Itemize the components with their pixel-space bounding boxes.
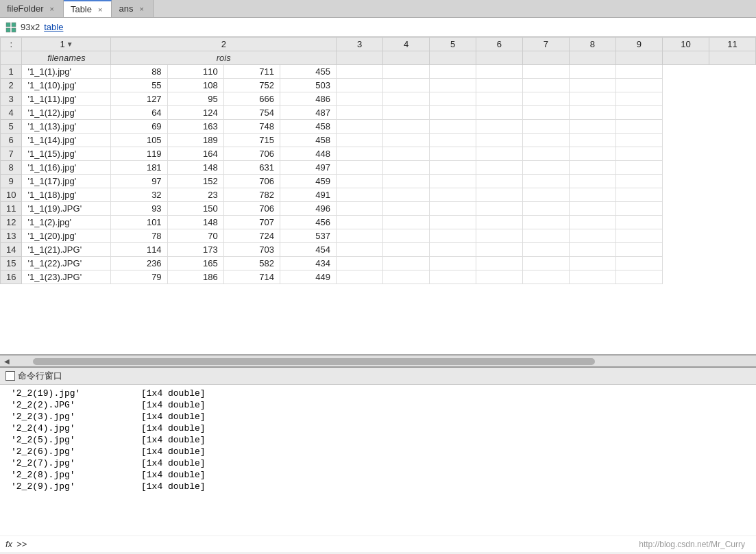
cell-empty [337,202,383,216]
row-number: 1 [1,65,22,79]
sub-header-6 [476,51,522,65]
cell-value: 455 [280,65,336,79]
cell-empty [383,106,430,120]
tab-ans[interactable]: ans × [112,0,153,17]
cell-empty [337,92,383,106]
cell-value: 165 [167,257,223,270]
cell-empty [615,202,662,216]
cell-filename: '1_1(15).jpg' [22,147,111,161]
cell-empty [522,161,569,175]
col-header-3[interactable]: 3 [337,38,383,51]
cell-empty [522,216,569,229]
cell-empty [383,270,430,284]
cell-empty [476,202,522,216]
cmd-row: '2_2(8).jpg'[1x4 double] [0,469,756,481]
cell-empty [337,79,383,92]
tab-ans-close[interactable]: × [137,4,145,14]
cell-empty [337,161,383,175]
tab-filefolder[interactable]: fileFolder × [0,0,64,17]
cell-filename: '1_1(19).JPG' [22,202,111,216]
col-header-4[interactable]: 4 [383,38,430,51]
tab-table-label: Table [71,4,92,14]
svg-rect-2 [6,28,10,32]
table-row: 14'1_1(21).JPG'114173703454 [1,243,756,257]
cell-empty [430,79,476,92]
cell-value: 124 [167,106,223,120]
cell-value: 97 [111,175,167,188]
cmd-row: '2_2(7).jpg'[1x4 double] [0,457,756,469]
grid-icon [5,22,16,33]
col-header-rownum: : [1,38,22,51]
cell-filename: '1_1(16).jpg' [22,161,111,175]
cell-empty [383,161,430,175]
hscroll-thumb[interactable] [33,358,595,365]
cell-empty [430,134,476,147]
row-number: 16 [1,270,22,284]
cell-empty [615,79,662,92]
sub-header-rois: rois [111,51,337,65]
cell-empty [522,134,569,147]
cell-empty [522,175,569,188]
cell-empty [476,188,522,202]
col-header-10[interactable]: 10 [662,38,709,51]
table-row: 9'1_1(17).jpg'97152706459 [1,175,756,188]
cell-empty [383,79,430,92]
cell-empty [337,134,383,147]
row-number: 6 [1,134,22,147]
tab-filefolder-close[interactable]: × [47,4,56,14]
table-link[interactable]: table [44,22,63,32]
cell-empty [615,188,662,202]
svg-rect-3 [12,28,16,32]
cell-empty [383,65,430,79]
cmd-footer: fx >> http://blog.csdn.net/Mr_Curry [0,536,756,552]
row-number: 5 [1,120,22,134]
cell-empty [615,161,662,175]
cell-value: 486 [280,92,336,106]
tab-table-close[interactable]: × [96,5,104,14]
table-container[interactable]: : 1 ▼ 2 3 4 5 6 7 8 9 10 11 [0,37,756,355]
col-header-5[interactable]: 5 [430,38,476,51]
cell-empty [569,243,615,257]
cmd-type: [1x4 double] [141,412,206,422]
cell-empty [569,120,615,134]
col-header-7[interactable]: 7 [522,38,569,51]
cell-empty [383,134,430,147]
row-number: 7 [1,147,22,161]
row-number: 8 [1,161,22,175]
cell-empty [522,270,569,284]
cell-empty [430,229,476,243]
col-header-11[interactable]: 11 [709,38,755,51]
col-header-6[interactable]: 6 [476,38,522,51]
col-header-2[interactable]: 2 [111,38,337,51]
cell-empty [383,120,430,134]
cmd-row: '2_2(2).JPG'[1x4 double] [0,399,756,411]
col-header-9[interactable]: 9 [615,38,662,51]
scroll-left-arrow[interactable]: ◀ [1,357,12,365]
col-header-1[interactable]: 1 ▼ [22,38,111,51]
cell-empty [569,257,615,270]
cell-value: 448 [280,147,336,161]
cmd-filename: '2_2(3).jpg' [11,412,121,422]
col-header-8[interactable]: 8 [569,38,615,51]
tab-table[interactable]: Table × [64,0,112,17]
cmd-filename: '2_2(7).jpg' [11,458,121,468]
cell-empty [615,106,662,120]
table-row: 7'1_1(15).jpg'119164706448 [1,147,756,161]
row-number: 12 [1,216,22,229]
cell-empty [476,120,522,134]
sub-header-row: filenames rois [1,51,756,65]
cell-value: 715 [223,134,280,147]
cell-empty [569,79,615,92]
cell-value: 236 [111,257,167,270]
sort-arrow-1[interactable]: ▼ [66,40,73,48]
cell-filename: '1_1(17).jpg' [22,175,111,188]
sub-header-5 [430,51,476,65]
cell-empty [615,92,662,106]
row-number: 4 [1,106,22,120]
cell-empty [337,188,383,202]
hscroll-bar[interactable]: ◀ [0,355,756,366]
cell-empty [337,216,383,229]
cell-empty [569,161,615,175]
cmd-row: '2_2(6).jpg'[1x4 double] [0,446,756,457]
cell-value: 631 [223,161,280,175]
